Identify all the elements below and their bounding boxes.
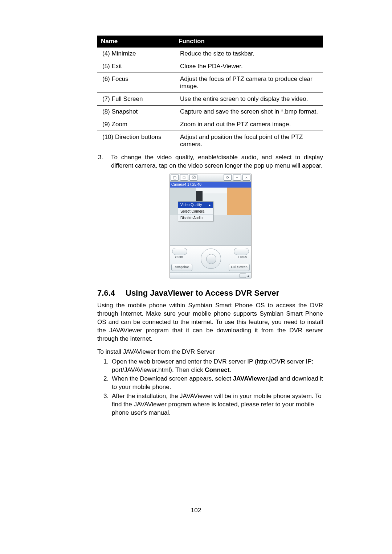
install-steps: Open the web browser and enter the DVR s… [97,358,323,418]
close-icon[interactable] [242,174,250,181]
zoom-buttons[interactable] [172,248,187,255]
menu-item-video-quality[interactable]: Video Quality [178,202,213,208]
window-icon[interactable] [180,174,188,181]
section-paragraph: Using the mobile phone within Symbian Sm… [97,301,323,343]
pda-topbar-left [170,174,198,181]
table-row: (10) Direction buttons Adjust and positi… [97,131,323,151]
pda-topbar-right [223,174,251,181]
cell-name: (8) Snapshot [97,106,175,118]
section-subhead: To install JAVAViewer from the DVR Serve… [97,348,323,356]
pda-window: Camera4 17:25:40 Video Quality Select Ca… [170,173,252,279]
step-text: After the installation, the JAVAViewer w… [112,393,322,416]
pda-video-area[interactable]: Video Quality Select Camera Disable Audi… [170,188,251,245]
page-number: 102 [0,507,392,514]
table-row: (5) Exit Close the PDA-Viewer. [97,60,323,73]
context-menu: Video Quality Select Camera Disable Audi… [178,201,213,221]
list-text: To change the video quality, enable/disa… [111,153,323,170]
col-header-name: Name [97,36,175,48]
step-bold: JAVAViewer.jad [233,375,278,382]
table-row: (4) Minimize Reduce the size to taskbar. [97,48,323,60]
focus-label: Focus [238,255,247,259]
menu-label: Select Camera [180,209,204,213]
pda-topbar [170,173,251,182]
step-text: When the Download screen appears, select [112,375,233,382]
cell-name: (4) Minimize [97,48,175,60]
col-header-function: Function [175,36,323,48]
step-text: . [229,366,231,373]
connect-icon[interactable] [224,174,232,181]
grid-icon[interactable] [189,174,197,181]
step-2: When the Download screen appears, select… [110,375,323,391]
table-row: (6) Focus Adjust the focus of PTZ camera… [97,73,323,93]
menu-item-select-camera[interactable]: Select Camera [178,208,213,215]
minimize-icon[interactable] [233,174,241,181]
snapshot-button[interactable]: Snapshot [171,264,192,271]
step-bold: Connect [205,366,229,373]
section-number: 7.6.4 [97,288,126,298]
list-item-3: 3. To change the video quality, enable/d… [97,153,323,170]
zoom-label: zoom [175,255,183,259]
table-row: (9) Zoom Zoom in and out the PTZ camera … [97,118,323,131]
cell-func: Capture and save the screen shot in *.bm… [175,106,323,118]
table-row: (7) Full Screen Use the entire screen to… [97,93,323,106]
up-arrow-icon[interactable] [247,274,250,278]
pda-screenshot: Camera4 17:25:40 Video Quality Select Ca… [170,173,251,279]
cell-name: (10) Direction buttons [97,131,175,151]
direction-center[interactable] [206,254,216,264]
camera-label: Camera4 17:25:40 [170,182,251,188]
cell-name: (6) Focus [97,73,175,93]
menu-label: Video Quality [180,203,202,207]
cell-func: Adjust and position the focal point of t… [175,131,323,151]
menu-label: Disable Audio [180,216,203,220]
cell-name: (5) Exit [97,60,175,73]
cell-name: (7) Full Screen [97,93,175,106]
cell-func: Close the PDA-Viewer. [175,60,323,73]
document-page: Name Function (4) Minimize Reduce the si… [0,0,392,554]
keyboard-icon[interactable] [240,274,246,278]
pda-bottombar [170,272,251,279]
step-3: After the installation, the JAVAViewer w… [110,392,323,417]
signal-icon [171,174,179,181]
table-header-row: Name Function [97,36,323,48]
cell-func: Use the entire screen to only display th… [175,93,323,106]
section-heading: 7.6.4Using JavaViewer to Access DVR Serv… [97,288,323,298]
list-number: 3. [97,153,111,170]
table-row: (8) Snapshot Capture and save the screen… [97,106,323,118]
pda-controls: zoom Focus Snapshot Full Screen [170,245,251,272]
fullscreen-button[interactable]: Full Screen [229,264,250,271]
cell-func: Reduce the size to taskbar. [175,48,323,60]
step-1: Open the web browser and enter the DVR s… [110,358,323,374]
cell-func: Zoom in and out the PTZ camera image. [175,118,323,131]
direction-pad[interactable] [201,249,221,269]
section-title: Using JavaViewer to Access DVR Server [126,288,279,297]
focus-buttons[interactable] [234,248,249,255]
cell-func: Adjust the focus of PTZ camera to produc… [175,73,323,93]
menu-item-disable-audio[interactable]: Disable Audio [178,215,213,221]
function-table: Name Function (4) Minimize Reduce the si… [97,36,323,151]
submenu-arrow-icon [209,203,211,207]
cell-name: (9) Zoom [97,118,175,131]
